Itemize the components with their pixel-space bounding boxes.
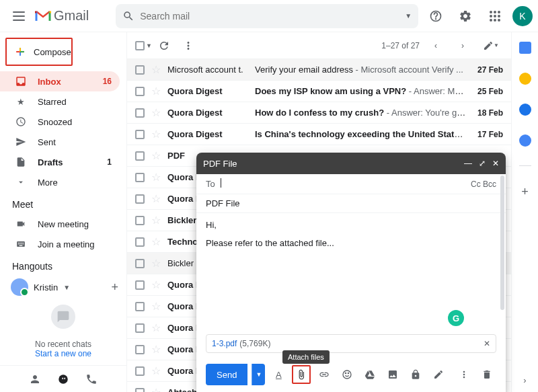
formatting-button[interactable]: A <box>269 365 288 384</box>
star-button[interactable]: ☆ <box>151 386 161 392</box>
apps-button[interactable] <box>483 4 507 28</box>
gmail-logo[interactable]: Gmail <box>35 8 89 24</box>
row-checkbox[interactable] <box>135 173 145 182</box>
compose-window: PDF File — ⤢ ✕ To Cc Bcc PDF File Hi, Pl… <box>196 153 506 392</box>
row-checkbox[interactable] <box>135 194 145 204</box>
row-checkbox[interactable] <box>135 108 145 118</box>
sidebar-item-starred[interactable]: ★ Starred <box>0 91 120 112</box>
row-checkbox[interactable] <box>135 237 145 247</box>
sidebar-item-more[interactable]: More <box>0 172 120 192</box>
sidebar-item-inbox[interactable]: Inbox 16 <box>0 71 120 91</box>
star-button[interactable]: ☆ <box>151 63 161 76</box>
row-checkbox[interactable] <box>135 87 145 96</box>
compose-label: Compose <box>34 47 71 57</box>
account-avatar[interactable]: K <box>512 6 533 26</box>
next-page-button[interactable]: › <box>451 34 475 58</box>
email-row[interactable]: ☆Quora DigestDoes my ISP know am using a… <box>127 81 511 102</box>
minimize-button[interactable]: — <box>464 159 472 168</box>
email-row[interactable]: ☆Quora DigestHow do I confess to my crus… <box>127 102 511 124</box>
row-checkbox[interactable] <box>135 366 145 376</box>
star-button[interactable]: ☆ <box>151 128 161 141</box>
phone-tab[interactable] <box>85 373 98 385</box>
sidebar-item-drafts[interactable]: Drafts 1 <box>0 152 120 172</box>
send-options-button[interactable]: ▼ <box>252 364 265 385</box>
grammarly-icon[interactable]: G <box>448 310 464 326</box>
attach-files-button[interactable] <box>292 365 311 384</box>
remove-attachment-button[interactable]: ✕ <box>484 339 490 348</box>
insert-drive-button[interactable] <box>360 365 379 384</box>
more-options-button[interactable] <box>455 365 473 384</box>
fullscreen-button[interactable]: ⤢ <box>479 159 486 168</box>
sidebar-item-snoozed[interactable]: Snoozed <box>0 112 120 132</box>
email-row[interactable]: ☆Microsoft account t.Verify your email a… <box>127 59 511 81</box>
star-button[interactable]: ☆ <box>151 343 161 356</box>
gmail-m-icon <box>35 10 51 22</box>
prev-page-button[interactable]: ‹ <box>424 34 448 58</box>
star-button[interactable]: ☆ <box>151 321 161 334</box>
insert-photo-button[interactable] <box>383 365 402 384</box>
tasks-addon-icon[interactable] <box>519 104 531 116</box>
row-checkbox[interactable] <box>135 323 145 333</box>
row-checkbox[interactable] <box>135 280 145 290</box>
main-menu-button[interactable] <box>5 3 32 30</box>
row-checkbox[interactable] <box>135 388 145 393</box>
insert-signature-button[interactable] <box>429 365 448 384</box>
row-checkbox[interactable] <box>135 216 145 225</box>
star-button[interactable]: ☆ <box>151 106 161 119</box>
calendar-addon-icon[interactable] <box>519 42 531 54</box>
star-button[interactable]: ☆ <box>151 214 161 227</box>
cc-button[interactable]: Cc <box>471 180 481 189</box>
row-checkbox[interactable] <box>135 345 145 354</box>
star-button[interactable]: ☆ <box>151 149 161 162</box>
hide-panel-button[interactable]: › <box>523 375 526 385</box>
keep-addon-icon[interactable] <box>519 73 531 85</box>
attachment-chip[interactable]: 1-3.pdf (5,769K) ✕ <box>206 334 496 353</box>
star-button[interactable]: ☆ <box>151 300 161 313</box>
email-row[interactable]: ☆Quora DigestIs China's technology excee… <box>127 124 511 145</box>
compose-header[interactable]: PDF File — ⤢ ✕ <box>196 153 506 174</box>
hangouts-tab[interactable] <box>57 373 69 385</box>
get-addons-button[interactable]: + <box>521 185 529 199</box>
search-options-dropdown[interactable]: ▼ <box>405 12 412 19</box>
row-checkbox[interactable] <box>135 151 145 161</box>
start-new-chat-link[interactable]: Start a new one <box>13 349 113 358</box>
send-button[interactable]: Send <box>206 364 247 385</box>
compose-button[interactable]: Compose <box>5 38 73 66</box>
person-tab[interactable] <box>29 373 41 385</box>
close-button[interactable]: ✕ <box>492 159 499 168</box>
discard-draft-button[interactable] <box>477 365 496 384</box>
search-input[interactable] <box>140 11 405 22</box>
row-checkbox[interactable] <box>135 130 145 139</box>
star-button[interactable]: ☆ <box>151 171 161 184</box>
search-bar[interactable]: ▼ <box>116 4 418 28</box>
select-all-checkbox[interactable]: ▼ <box>135 41 152 50</box>
keyboard-icon <box>15 239 27 249</box>
settings-button[interactable] <box>453 4 477 28</box>
row-checkbox[interactable] <box>135 65 145 75</box>
refresh-button[interactable] <box>152 34 176 58</box>
hangouts-user-row[interactable]: Kristin ▼ + <box>0 276 126 299</box>
star-button[interactable]: ☆ <box>151 278 161 291</box>
insert-emoji-button[interactable] <box>338 365 356 384</box>
input-tools-button[interactable]: ▼ <box>479 34 503 58</box>
support-button[interactable] <box>424 4 448 28</box>
subject-field[interactable]: PDF File <box>196 194 506 213</box>
contacts-addon-icon[interactable] <box>519 134 531 147</box>
insert-link-button[interactable] <box>315 365 334 384</box>
star-button[interactable]: ☆ <box>151 192 161 205</box>
sidebar-join-meeting[interactable]: Join a meeting <box>0 234 126 254</box>
more-button[interactable] <box>176 34 200 58</box>
row-checkbox[interactable] <box>135 302 145 311</box>
star-button[interactable]: ☆ <box>151 257 161 270</box>
pencil-icon <box>483 40 494 51</box>
confidential-mode-button[interactable] <box>406 365 425 384</box>
sidebar-new-meeting[interactable]: New meeting <box>0 214 126 234</box>
row-checkbox[interactable] <box>135 259 145 268</box>
to-field[interactable]: To Cc Bcc <box>196 174 506 194</box>
bcc-button[interactable]: Bcc <box>483 180 496 189</box>
star-button[interactable]: ☆ <box>151 85 161 97</box>
new-conversation-button[interactable]: + <box>111 280 118 295</box>
sidebar-item-sent[interactable]: Sent <box>0 132 120 152</box>
star-button[interactable]: ☆ <box>151 235 161 248</box>
star-button[interactable]: ☆ <box>151 364 161 377</box>
